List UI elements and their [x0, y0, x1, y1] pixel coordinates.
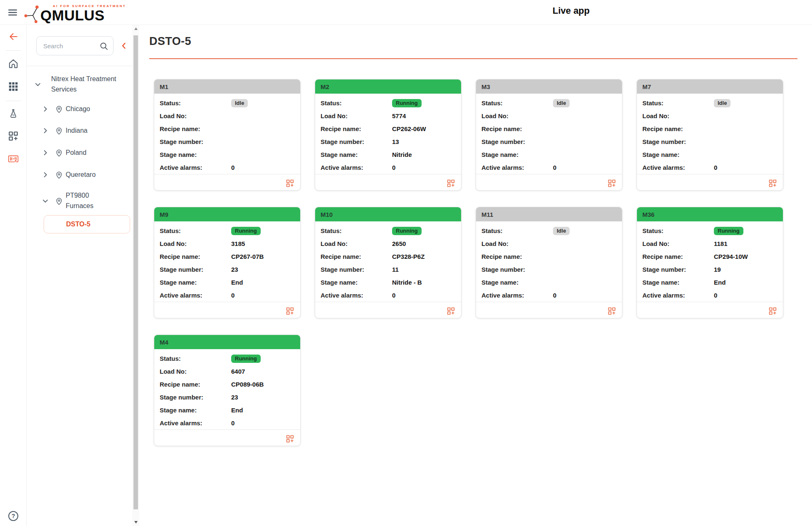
furnace-card[interactable]: M10 Status: Running Load No: 2650 Recipe…	[315, 207, 462, 318]
stage-number-row: Stage number: 23	[160, 263, 295, 276]
help-glyph: ?	[12, 513, 15, 519]
status-row: Status: Idle	[481, 224, 617, 237]
tree-node-label: Poland	[66, 148, 86, 158]
recipe-name-row: Recipe name: CP294-10W	[642, 250, 777, 263]
status-badge: Running	[714, 227, 743, 235]
load-no-row: Load No: 3185	[160, 237, 295, 250]
card-header: M2	[315, 79, 461, 94]
status-badge: Idle	[231, 99, 248, 107]
tree-node-label: Chicago	[66, 104, 90, 114]
add-to-dashboard-icon[interactable]	[607, 179, 616, 188]
tree-node-chicago[interactable]: Chicago	[41, 104, 90, 114]
load-no-label: Load No:	[160, 368, 231, 375]
chevron-right-icon[interactable]	[41, 104, 50, 114]
furnace-card[interactable]: M36 Status: Running Load No: 1181 Recipe…	[637, 207, 783, 318]
add-to-dashboard-icon[interactable]	[286, 179, 294, 188]
widget-add-icon[interactable]	[8, 131, 19, 141]
lab-flask-icon[interactable]: N	[8, 108, 19, 119]
active-alarms-row: Active alarms: 0	[642, 161, 777, 174]
furnace-group-title: DSTO-5	[149, 35, 191, 48]
load-no-row: Load No: 2650	[321, 237, 456, 250]
chevron-right-icon[interactable]	[41, 170, 50, 179]
furnace-card[interactable]: M1 Status: Idle Load No: Recipe name: St…	[154, 79, 301, 191]
chevron-right-icon[interactable]	[41, 148, 50, 157]
recipe-name-label: Recipe name:	[321, 125, 392, 132]
active-alarms-row: Active alarms: 0	[160, 417, 295, 429]
tree-node-label: Queretaro	[66, 170, 96, 180]
top-bar: AI FOR SURFACE TREATMENT QMULUS Live app	[0, 0, 812, 25]
furnace-card[interactable]: M4 Status: Running Load No: 6407 Recipe …	[154, 335, 301, 446]
help-icon[interactable]: ?	[8, 511, 18, 521]
search-icon[interactable]	[99, 41, 109, 51]
status-label: Status:	[160, 99, 231, 107]
scroll-up-button[interactable]	[132, 25, 139, 32]
active-alarms-row: Active alarms: 0	[160, 161, 295, 174]
stage-number-label: Stage number:	[321, 266, 392, 273]
add-to-dashboard-icon[interactable]	[607, 307, 616, 315]
card-body: Status: Running Load No: 2650 Recipe nam…	[315, 221, 461, 302]
recipe-name-value: CP267-07B	[231, 253, 264, 260]
stage-number-value: 13	[392, 138, 399, 145]
tree-node-pt9800-furnaces[interactable]: PT9800 Furnaces	[41, 191, 107, 211]
add-to-dashboard-icon[interactable]	[447, 179, 455, 188]
stage-name-label: Stage name:	[481, 151, 553, 158]
recipe-name-row: Recipe name: CP328-P6Z	[321, 250, 456, 263]
apps-grid-icon[interactable]	[8, 81, 19, 92]
stage-name-row: Stage name:	[481, 148, 617, 161]
add-to-dashboard-icon[interactable]	[768, 307, 777, 315]
hamburger-menu-icon[interactable]	[7, 7, 18, 18]
add-to-dashboard-icon[interactable]	[447, 307, 455, 315]
card-title: M11	[481, 211, 493, 218]
furnace-card[interactable]: M3 Status: Idle Load No: Recipe name: St…	[476, 79, 622, 191]
status-label: Status:	[160, 355, 231, 362]
furnace-card[interactable]: M2 Status: Running Load No: 5774 Recipe …	[315, 79, 462, 191]
tree-node-poland[interactable]: Poland	[41, 148, 86, 158]
load-no-row: Load No:	[481, 109, 617, 122]
status-row: Status: Running	[160, 352, 295, 365]
load-no-row: Load No: 5774	[321, 109, 456, 122]
card-header: M1	[154, 79, 300, 94]
add-to-dashboard-icon[interactable]	[286, 434, 294, 443]
live-app-icon[interactable]	[8, 154, 19, 164]
tree-node-dsto5-selected[interactable]: DSTO-5	[44, 215, 130, 233]
scrollbar-thumb[interactable]	[133, 35, 138, 509]
scroll-down-button[interactable]	[132, 519, 139, 526]
recipe-name-label: Recipe name:	[321, 253, 392, 260]
add-to-dashboard-icon[interactable]	[768, 179, 777, 188]
stage-name-label: Stage name:	[481, 279, 553, 286]
tree-node-root[interactable]: Nitrex Heat Treatment Services	[33, 74, 128, 95]
status-label: Status:	[321, 227, 392, 234]
furnace-card[interactable]: M9 Status: Running Load No: 3185 Recipe …	[154, 207, 301, 318]
svg-text:N: N	[12, 114, 14, 117]
stage-name-row: Stage name:	[160, 148, 295, 161]
chevron-down-icon[interactable]	[33, 80, 42, 89]
stage-number-value: 23	[231, 394, 238, 401]
status-row: Status: Idle	[642, 97, 777, 109]
stage-name-label: Stage name:	[642, 279, 714, 286]
furnace-card[interactable]: M11 Status: Idle Load No: Recipe name: S…	[476, 207, 622, 318]
location-pin-icon	[54, 170, 64, 179]
stage-name-value: End	[231, 407, 243, 414]
tree-node-indiana[interactable]: Indiana	[41, 126, 88, 136]
home-icon[interactable]	[8, 58, 19, 69]
page-title: Live app	[553, 5, 590, 16]
chevron-down-icon[interactable]	[41, 196, 50, 206]
furnace-card[interactable]: M7 Status: Idle Load No: Recipe name: St…	[637, 79, 783, 191]
sidebar-scrollbar[interactable]	[132, 25, 139, 526]
recipe-name-row: Recipe name: CP089-06B	[160, 378, 295, 391]
card-header: M10	[315, 207, 461, 221]
active-alarms-row: Active alarms: 0	[481, 289, 617, 302]
status-badge: Running	[231, 355, 261, 363]
back-arrow-icon[interactable]	[8, 31, 19, 42]
add-to-dashboard-icon[interactable]	[286, 307, 294, 315]
chevron-right-icon[interactable]	[41, 126, 50, 135]
recipe-name-value: CP262-06W	[392, 125, 426, 132]
card-body: Status: Running Load No: 5774 Recipe nam…	[315, 94, 461, 174]
tree-node-queretaro[interactable]: Queretaro	[41, 170, 96, 180]
status-row: Status: Idle	[160, 97, 295, 109]
active-alarms-label: Active alarms:	[160, 164, 231, 171]
stage-number-value: 19	[714, 266, 721, 273]
location-pin-icon	[54, 126, 64, 135]
collapse-sidebar-icon[interactable]	[119, 41, 129, 51]
load-no-value: 6407	[231, 368, 245, 375]
